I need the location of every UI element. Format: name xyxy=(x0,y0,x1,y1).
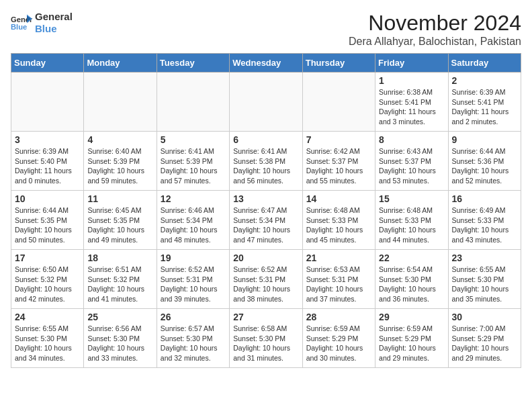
day-number: 23 xyxy=(452,253,517,263)
day-number: 5 xyxy=(161,134,226,145)
page-header: General Blue General Blue November 2024 … xyxy=(11,11,521,48)
day-info: Sunrise: 6:39 AMSunset: 5:41 PMDaylight:… xyxy=(452,87,517,127)
day-number: 29 xyxy=(379,312,444,322)
day-number: 9 xyxy=(452,134,517,145)
day-info: Sunrise: 6:52 AMSunset: 5:31 PMDaylight:… xyxy=(161,265,226,304)
day-info: Sunrise: 6:48 AMSunset: 5:33 PMDaylight:… xyxy=(306,205,371,245)
day-info: Sunrise: 7:00 AMSunset: 5:29 PMDaylight:… xyxy=(452,324,517,363)
calendar-cell: 26Sunrise: 6:57 AMSunset: 5:30 PMDayligh… xyxy=(157,309,229,368)
calendar-header-sunday: Sunday xyxy=(11,54,84,73)
day-number: 30 xyxy=(452,312,517,322)
calendar-header-row: SundayMondayTuesdayWednesdayThursdayFrid… xyxy=(11,54,521,73)
day-info: Sunrise: 6:49 AMSunset: 5:33 PMDaylight:… xyxy=(452,205,517,245)
calendar-cell: 18Sunrise: 6:51 AMSunset: 5:32 PMDayligh… xyxy=(84,250,157,309)
day-number: 16 xyxy=(452,193,517,204)
day-number: 13 xyxy=(233,193,298,204)
day-info: Sunrise: 6:48 AMSunset: 5:33 PMDaylight:… xyxy=(379,205,444,245)
month-title: November 2024 xyxy=(349,11,521,36)
logo-blue: Blue xyxy=(35,23,73,35)
calendar-header-friday: Friday xyxy=(375,54,448,73)
calendar-cell: 15Sunrise: 6:48 AMSunset: 5:33 PMDayligh… xyxy=(375,191,448,250)
calendar-cell: 9Sunrise: 6:44 AMSunset: 5:36 PMDaylight… xyxy=(448,132,521,191)
calendar-cell xyxy=(84,73,157,132)
calendar-cell: 3Sunrise: 6:39 AMSunset: 5:40 PMDaylight… xyxy=(11,132,84,191)
day-number: 6 xyxy=(233,134,298,145)
calendar-table: SundayMondayTuesdayWednesdayThursdayFrid… xyxy=(11,53,521,368)
calendar-cell: 28Sunrise: 6:59 AMSunset: 5:29 PMDayligh… xyxy=(302,309,375,368)
day-info: Sunrise: 6:51 AMSunset: 5:32 PMDaylight:… xyxy=(87,265,152,304)
day-info: Sunrise: 6:55 AMSunset: 5:30 PMDaylight:… xyxy=(452,265,517,304)
svg-text:Blue: Blue xyxy=(11,23,27,31)
calendar-cell: 27Sunrise: 6:58 AMSunset: 5:30 PMDayligh… xyxy=(230,309,302,368)
day-number: 4 xyxy=(87,134,152,145)
calendar-cell: 25Sunrise: 6:56 AMSunset: 5:30 PMDayligh… xyxy=(84,309,157,368)
day-info: Sunrise: 6:55 AMSunset: 5:30 PMDaylight:… xyxy=(15,324,80,363)
day-number: 17 xyxy=(15,253,80,263)
calendar-cell: 2Sunrise: 6:39 AMSunset: 5:41 PMDaylight… xyxy=(448,73,521,132)
calendar-header-thursday: Thursday xyxy=(302,54,375,73)
calendar-header-wednesday: Wednesday xyxy=(230,54,302,73)
day-number: 3 xyxy=(15,134,80,145)
calendar-cell: 30Sunrise: 7:00 AMSunset: 5:29 PMDayligh… xyxy=(448,309,521,368)
calendar-cell xyxy=(11,73,84,132)
logo-icon: General Blue xyxy=(11,13,32,32)
day-info: Sunrise: 6:43 AMSunset: 5:37 PMDaylight:… xyxy=(379,146,444,186)
logo: General Blue General Blue xyxy=(11,11,73,35)
day-info: Sunrise: 6:41 AMSunset: 5:39 PMDaylight:… xyxy=(161,146,226,186)
day-number: 28 xyxy=(306,312,371,322)
calendar-cell xyxy=(230,73,302,132)
day-info: Sunrise: 6:46 AMSunset: 5:34 PMDaylight:… xyxy=(161,205,226,245)
calendar-cell: 6Sunrise: 6:41 AMSunset: 5:38 PMDaylight… xyxy=(230,132,302,191)
day-number: 21 xyxy=(306,253,371,263)
day-info: Sunrise: 6:56 AMSunset: 5:30 PMDaylight:… xyxy=(87,324,152,363)
day-info: Sunrise: 6:58 AMSunset: 5:30 PMDaylight:… xyxy=(233,324,298,363)
calendar-cell: 29Sunrise: 6:59 AMSunset: 5:29 PMDayligh… xyxy=(375,309,448,368)
calendar-cell: 1Sunrise: 6:38 AMSunset: 5:41 PMDaylight… xyxy=(375,73,448,132)
calendar-cell: 8Sunrise: 6:43 AMSunset: 5:37 PMDaylight… xyxy=(375,132,448,191)
calendar-cell: 13Sunrise: 6:47 AMSunset: 5:34 PMDayligh… xyxy=(230,191,302,250)
day-info: Sunrise: 6:44 AMSunset: 5:35 PMDaylight:… xyxy=(15,205,80,245)
day-number: 19 xyxy=(161,253,226,263)
day-info: Sunrise: 6:42 AMSunset: 5:37 PMDaylight:… xyxy=(306,146,371,186)
calendar-cell: 7Sunrise: 6:42 AMSunset: 5:37 PMDaylight… xyxy=(302,132,375,191)
calendar-week-3: 10Sunrise: 6:44 AMSunset: 5:35 PMDayligh… xyxy=(11,191,521,250)
day-info: Sunrise: 6:41 AMSunset: 5:38 PMDaylight:… xyxy=(233,146,298,186)
day-info: Sunrise: 6:50 AMSunset: 5:32 PMDaylight:… xyxy=(15,265,80,304)
day-info: Sunrise: 6:47 AMSunset: 5:34 PMDaylight:… xyxy=(233,205,298,245)
calendar-cell: 19Sunrise: 6:52 AMSunset: 5:31 PMDayligh… xyxy=(157,250,229,309)
calendar-cell xyxy=(302,73,375,132)
calendar-cell: 10Sunrise: 6:44 AMSunset: 5:35 PMDayligh… xyxy=(11,191,84,250)
day-number: 26 xyxy=(161,312,226,322)
calendar-cell xyxy=(157,73,229,132)
day-number: 18 xyxy=(87,253,152,263)
day-number: 25 xyxy=(87,312,152,322)
calendar-week-5: 24Sunrise: 6:55 AMSunset: 5:30 PMDayligh… xyxy=(11,309,521,368)
calendar-header-saturday: Saturday xyxy=(448,54,521,73)
calendar-cell: 11Sunrise: 6:45 AMSunset: 5:35 PMDayligh… xyxy=(84,191,157,250)
day-info: Sunrise: 6:59 AMSunset: 5:29 PMDaylight:… xyxy=(306,324,371,363)
day-info: Sunrise: 6:59 AMSunset: 5:29 PMDaylight:… xyxy=(379,324,444,363)
calendar-cell: 12Sunrise: 6:46 AMSunset: 5:34 PMDayligh… xyxy=(157,191,229,250)
day-number: 12 xyxy=(161,193,226,204)
calendar-cell: 16Sunrise: 6:49 AMSunset: 5:33 PMDayligh… xyxy=(448,191,521,250)
calendar-week-4: 17Sunrise: 6:50 AMSunset: 5:32 PMDayligh… xyxy=(11,250,521,309)
day-number: 27 xyxy=(233,312,298,322)
calendar-cell: 14Sunrise: 6:48 AMSunset: 5:33 PMDayligh… xyxy=(302,191,375,250)
day-number: 14 xyxy=(306,193,371,204)
day-number: 11 xyxy=(87,193,152,204)
calendar-cell: 4Sunrise: 6:40 AMSunset: 5:39 PMDaylight… xyxy=(84,132,157,191)
day-info: Sunrise: 6:40 AMSunset: 5:39 PMDaylight:… xyxy=(87,146,152,186)
day-number: 22 xyxy=(379,253,444,263)
day-info: Sunrise: 6:54 AMSunset: 5:30 PMDaylight:… xyxy=(379,265,444,304)
calendar-header-tuesday: Tuesday xyxy=(157,54,229,73)
calendar-cell: 22Sunrise: 6:54 AMSunset: 5:30 PMDayligh… xyxy=(375,250,448,309)
day-info: Sunrise: 6:52 AMSunset: 5:31 PMDaylight:… xyxy=(233,265,298,304)
day-number: 20 xyxy=(233,253,298,263)
day-number: 7 xyxy=(306,134,371,145)
location: Dera Allahyar, Balochistan, Pakistan xyxy=(349,36,521,48)
calendar-cell: 23Sunrise: 6:55 AMSunset: 5:30 PMDayligh… xyxy=(448,250,521,309)
title-block: November 2024 Dera Allahyar, Balochistan… xyxy=(349,11,521,48)
calendar-header-monday: Monday xyxy=(84,54,157,73)
day-number: 2 xyxy=(452,75,517,86)
calendar-cell: 20Sunrise: 6:52 AMSunset: 5:31 PMDayligh… xyxy=(230,250,302,309)
